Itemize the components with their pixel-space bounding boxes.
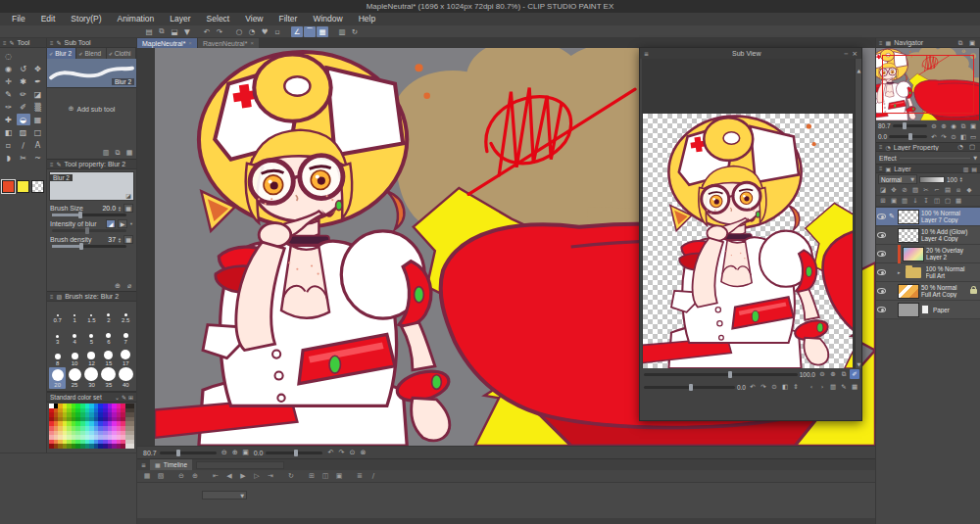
lock-layer-icon[interactable]: ⊘ — [900, 186, 909, 195]
color-swatch[interactable] — [129, 444, 134, 449]
prev-image-icon[interactable]: ‹ — [807, 382, 816, 392]
color-set-options-icon[interactable]: ⊞ — [128, 394, 133, 401]
menu-item-layer[interactable]: Layer — [162, 13, 198, 25]
marker-tool[interactable]: ✑ — [2, 101, 16, 113]
brush-size-12[interactable]: 12 — [83, 346, 100, 367]
layer-thumbnail[interactable] — [898, 228, 919, 243]
zoom-in-icon[interactable]: ⊕ — [230, 448, 240, 457]
stepper-icon[interactable]: ▼ — [973, 155, 977, 161]
correct-line-tool[interactable]: ✂ — [17, 152, 30, 164]
timeline-scrollbar[interactable] — [137, 518, 980, 524]
liquify-tool[interactable]: ~ — [31, 152, 45, 164]
brush-size-40[interactable]: 40 — [118, 367, 134, 389]
lock-icon[interactable]: ◪ — [125, 192, 131, 199]
reset-rotation-icon[interactable]: ⊙ — [347, 448, 357, 457]
brush-size-1.5[interactable]: 1.5 — [83, 303, 100, 324]
eyedropper-toggle-icon[interactable]: ✐ — [850, 369, 859, 379]
eyedropper-tool[interactable]: ✒ — [31, 75, 45, 87]
navigator-thumbnail[interactable] — [876, 48, 980, 120]
move-layer-icon[interactable]: ✥ — [889, 186, 899, 195]
subview-viewport[interactable] — [642, 59, 855, 368]
scroll-up-icon[interactable]: ▲ — [856, 67, 862, 74]
material-icon[interactable]: ▥ — [336, 26, 348, 37]
new-animation-cel-icon[interactable]: ⊞ — [306, 471, 318, 482]
fit-icon[interactable]: ⧉ — [839, 369, 849, 379]
close-icon[interactable]: × — [188, 40, 192, 46]
open-image-icon[interactable]: ▥ — [828, 382, 838, 392]
rotate-left-icon[interactable]: ↶ — [929, 132, 939, 141]
brush-size-4[interactable]: 4 — [66, 324, 82, 346]
reset-display-icon[interactable]: ▭ — [968, 132, 978, 141]
stepper-icon[interactable]: ▲▼ — [959, 176, 963, 182]
stepper-icon[interactable]: ▲▼ — [118, 237, 122, 243]
zoom-out-icon[interactable]: ⊖ — [817, 369, 827, 379]
opacity-slider[interactable] — [919, 176, 945, 183]
rotate-view-icon[interactable]: ↻ — [349, 26, 361, 37]
layer-row-full-art-copy[interactable]: 50 % Normal Full Art Copy — [876, 282, 980, 301]
flip-horizontal-icon[interactable]: ◧ — [780, 382, 790, 392]
panel-menu-icon[interactable]: ≡ — [3, 40, 7, 46]
layer-tab-icon[interactable]: ▥ — [963, 166, 969, 172]
main-color-swatch[interactable] — [2, 180, 15, 193]
airbrush-tool[interactable]: ▒ — [31, 101, 45, 113]
subview-scrollbar[interactable]: ▲ ▼ — [855, 59, 861, 368]
delete-layer-icon[interactable]: ▦ — [954, 197, 963, 206]
new-file-icon[interactable]: ▤ — [143, 26, 155, 37]
fixed-value-icon[interactable]: ▶ — [118, 219, 127, 228]
density-dynamics-button[interactable]: ▦ — [123, 235, 133, 244]
remove-image-icon[interactable]: ▦ — [850, 382, 859, 392]
chevron-down-icon[interactable]: ▼ — [129, 222, 133, 225]
edit-color-set-icon[interactable]: ✎ — [122, 394, 126, 401]
snap-grid-icon[interactable]: ▦ — [317, 26, 328, 37]
menu-item-storyp[interactable]: Story(P) — [63, 13, 109, 25]
density-slider[interactable] — [47, 244, 136, 250]
doc-tab-ravenneutral[interactable]: RavenNeutral*× — [198, 38, 259, 48]
menu-item-filter[interactable]: Filter — [271, 13, 306, 25]
apply-mask-icon[interactable]: ▢ — [943, 197, 953, 206]
fit-screen-icon[interactable]: ▣ — [241, 448, 251, 457]
fit-height-icon[interactable]: ⇕ — [791, 382, 801, 392]
panel-menu-icon[interactable]: ≡ — [50, 40, 54, 46]
opacity-value[interactable]: 100 — [947, 176, 957, 183]
brush-size-20[interactable]: 20 — [49, 367, 66, 389]
enable-onion-skin-icon[interactable]: ◫ — [319, 471, 331, 482]
brush-size-dynamics-button[interactable]: ▦ — [123, 204, 133, 213]
brush-size-1[interactable]: 1 — [66, 303, 82, 324]
merge-down-icon[interactable]: ↧ — [921, 197, 931, 206]
layer-thumbnail[interactable] — [903, 247, 924, 262]
lock-transparent-pixels-icon[interactable]: ▨ — [910, 186, 920, 195]
layer-row-paper[interactable]: Paper — [876, 301, 980, 319]
subtool-tab-clothi[interactable]: ✐Clothi — [107, 48, 136, 59]
show-all-settings-icon[interactable]: ⌀ — [124, 281, 134, 290]
go-start-icon[interactable]: ⇤ — [210, 471, 221, 482]
panel-menu-icon[interactable]: ≡ — [141, 461, 146, 468]
visibility-eye-icon[interactable] — [877, 307, 886, 312]
brush-size-2.5[interactable]: 2.5 — [118, 303, 134, 324]
scroll-down-icon[interactable]: ▼ — [856, 360, 862, 368]
rotate-left-icon[interactable]: ↶ — [748, 382, 758, 392]
zoom-in-icon[interactable]: ⊕ — [189, 471, 201, 482]
prev-frame-icon[interactable]: ◀ — [223, 471, 235, 482]
timeline-track-dropdown[interactable]: ▼ — [202, 491, 247, 500]
snap-ruler-icon[interactable]: ∠ — [291, 26, 303, 37]
close-icon[interactable]: × — [250, 40, 254, 46]
panel-menu-icon[interactable]: ≡ — [879, 166, 883, 171]
panel-menu-icon[interactable]: ≡ — [644, 50, 649, 57]
play-icon[interactable]: ▶ — [237, 471, 249, 482]
navigator-tab-icon[interactable]: ⧉ — [956, 38, 965, 47]
select-area-icon[interactable]: ♥ — [259, 26, 270, 37]
timeline-menu-icon[interactable]: ▦ — [141, 471, 153, 482]
fit-screen-icon[interactable]: ⧉ — [958, 121, 968, 130]
navigator-zoom-value[interactable]: 80.7 — [878, 122, 891, 129]
subview-tab-icon[interactable]: ▣ — [967, 38, 977, 47]
canvas-rotation-slider[interactable] — [266, 452, 322, 454]
go-end-icon[interactable]: ⇥ — [265, 471, 276, 482]
gradient-tool[interactable]: ▨ — [17, 126, 30, 138]
delete-subtool-icon[interactable]: ▦ — [124, 148, 134, 157]
layer-thumbnail[interactable] — [898, 284, 919, 299]
rotate-right-icon[interactable]: ↷ — [939, 132, 949, 141]
line-tool[interactable]: ∕ — [17, 139, 30, 151]
ruler-icon[interactable]: ⌐ — [932, 186, 942, 195]
zoom-out-icon[interactable]: ⊖ — [220, 448, 229, 457]
auto-select-tool[interactable]: ✱ — [17, 75, 30, 87]
